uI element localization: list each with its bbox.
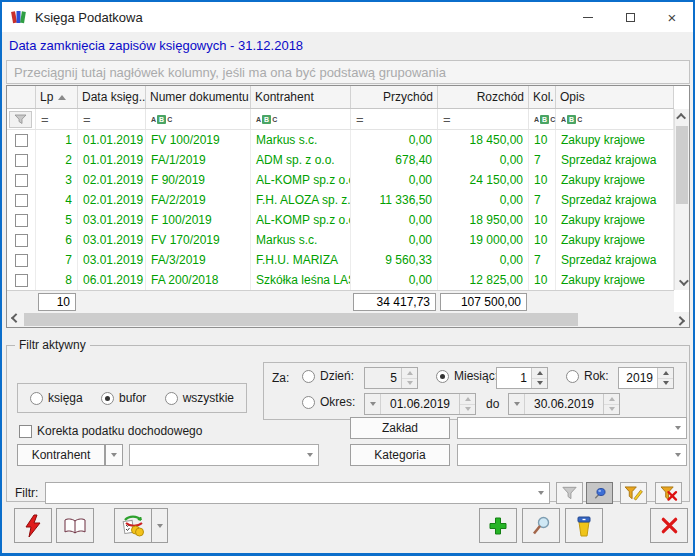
clear-filter-button[interactable] — [655, 482, 682, 504]
radio-ksiega-circle — [30, 392, 43, 405]
kontrahent-combo[interactable] — [129, 444, 319, 466]
filter-cell-6[interactable]: ABC — [529, 109, 556, 129]
horizontal-scrollbar[interactable] — [7, 312, 689, 327]
row-checkbox[interactable] — [15, 134, 28, 147]
add-record-button[interactable] — [479, 508, 517, 543]
filter-cell-1[interactable]: = — [78, 109, 146, 129]
column-header-1[interactable]: Data księg... — [78, 86, 146, 108]
row-checkbox[interactable] — [15, 194, 28, 207]
group-by-hint[interactable]: Przeciągnij tutaj nagłówek kolumny, jeśl… — [6, 60, 690, 84]
table-row[interactable]: 703.01.2019FA/3/2019F.H.U. MARIZA9 560,3… — [7, 250, 674, 270]
radio-bufor[interactable]: bufor — [101, 391, 146, 405]
rok-spin-buttons[interactable] — [657, 368, 673, 388]
close-window-button[interactable] — [650, 508, 688, 543]
radio-miesiac[interactable]: Miesiąc: — [436, 369, 498, 383]
zaklad-combo[interactable] — [457, 417, 687, 439]
okres-from-date[interactable]: 01.06.2019 — [364, 393, 476, 415]
vscroll-thumb[interactable] — [676, 126, 688, 204]
rok-spinner[interactable]: 2019 — [618, 367, 674, 389]
table-row[interactable]: 503.01.2019F 100/2019AL-KOMP sp.z o.o.0,… — [7, 210, 674, 230]
cell-lp: 5 — [36, 210, 78, 230]
kategoria-combo[interactable] — [457, 444, 687, 466]
column-header-2[interactable]: Numer dokumentu — [146, 86, 251, 108]
minimize-button[interactable] — [567, 2, 609, 32]
column-header-6[interactable]: Kol. — [529, 86, 556, 108]
chevron-down-icon[interactable] — [670, 426, 686, 430]
filter-row-corner — [7, 109, 36, 129]
zaklad-button[interactable]: Zakład — [350, 417, 450, 439]
book-icon — [63, 517, 87, 535]
radio-rok[interactable]: Rok: — [566, 369, 609, 383]
pin-icon — [592, 486, 607, 501]
renumber-dropdown-button[interactable] — [152, 508, 168, 543]
chevron-down-icon[interactable] — [670, 453, 686, 457]
trash-icon — [574, 514, 594, 537]
delete-record-button[interactable] — [565, 508, 603, 543]
scroll-right-icon[interactable] — [674, 312, 689, 327]
radio-okres[interactable]: Okres: — [302, 395, 355, 409]
view-record-button[interactable] — [522, 508, 560, 543]
filter-panel: Filtr aktywny księga bufor wszystkie Za:… — [6, 338, 690, 502]
filter-funnel-button[interactable] — [9, 111, 32, 128]
scroll-down-icon[interactable] — [675, 275, 689, 290]
filter-cell-3[interactable]: ABC — [251, 109, 351, 129]
table-row[interactable]: 402.01.2019FA/2/2019F.H. ALOZA sp. z...1… — [7, 190, 674, 210]
table-row[interactable]: 806.01.2019FA 200/2018Szkółka leśna LAS0… — [7, 270, 674, 290]
apply-filter-button[interactable] — [556, 482, 583, 504]
close-button[interactable]: × — [651, 2, 693, 32]
column-header-3[interactable]: Kontrahent — [251, 86, 351, 108]
filter-cell-5[interactable]: = — [438, 109, 529, 129]
filter-cell-2[interactable]: ABC — [146, 109, 251, 129]
kategoria-button[interactable]: Kategoria — [350, 444, 450, 466]
renumber-button[interactable] — [114, 508, 152, 543]
row-checkbox[interactable] — [15, 254, 28, 267]
korekta-checkbox[interactable]: Korekta podatku dochodowego — [19, 424, 202, 438]
cell-data: 03.01.2019 — [78, 250, 146, 270]
table-row[interactable]: 302.01.2019F 90/2019AL-KOMP sp.z o.o.0,0… — [7, 170, 674, 190]
scroll-left-icon[interactable] — [7, 312, 22, 327]
filter-cell-7[interactable]: ABC — [556, 109, 674, 129]
calendar-dropdown-icon[interactable] — [509, 394, 525, 414]
kontrahent-dropdown-button[interactable] — [105, 444, 123, 466]
column-header-4[interactable]: Przychód — [351, 86, 438, 108]
chevron-down-icon[interactable] — [533, 491, 549, 495]
cell-data: 06.01.2019 — [78, 270, 146, 290]
open-book-button[interactable] — [56, 508, 94, 543]
row-checkbox[interactable] — [15, 174, 28, 187]
pin-filter-button[interactable] — [586, 482, 613, 504]
column-header-5[interactable]: Rozchód — [438, 86, 529, 108]
kontrahent-button[interactable]: Kontrahent — [17, 444, 105, 466]
lightning-icon — [23, 514, 43, 538]
table-row[interactable]: 101.01.2019FV 100/2019Markus s.c.0,0018 … — [7, 130, 674, 150]
quick-post-button[interactable] — [14, 508, 52, 543]
maximize-button[interactable] — [609, 2, 651, 32]
dzien-spin-buttons[interactable] — [401, 368, 417, 388]
cell-numer: FV 170/2019 — [146, 230, 251, 250]
column-header-7[interactable]: Opis — [556, 86, 674, 108]
edit-filter-button[interactable] — [620, 482, 647, 504]
row-checkbox[interactable] — [15, 274, 28, 287]
row-checkbox[interactable] — [15, 154, 28, 167]
miesiac-spin-buttons[interactable] — [531, 368, 547, 388]
radio-wszystkie[interactable]: wszystkie — [165, 391, 234, 405]
miesiac-spinner[interactable]: 1 — [496, 367, 548, 389]
calendar-dropdown-icon[interactable] — [365, 394, 381, 414]
table-row[interactable]: 603.01.2019FV 170/2019Markus s.c.0,0019 … — [7, 230, 674, 250]
filter-cell-0[interactable]: = — [36, 109, 78, 129]
row-checkbox[interactable] — [15, 234, 28, 247]
cell-rozchod: 0,00 — [438, 150, 529, 170]
dzien-spinner[interactable]: 5 — [364, 367, 418, 389]
filtr-combo[interactable] — [45, 482, 550, 504]
row-checkbox[interactable] — [15, 214, 28, 227]
cell-rozchod: 0,00 — [438, 250, 529, 270]
filter-cell-4[interactable]: = — [351, 109, 438, 129]
column-header-0[interactable]: Lp — [36, 86, 78, 108]
okres-to-date[interactable]: 30.06.2019 — [508, 393, 620, 415]
scroll-up-icon[interactable] — [675, 109, 689, 124]
chevron-down-icon[interactable] — [302, 453, 318, 457]
table-row[interactable]: 201.01.2019FA/1/2019ADM sp. z o.o.678,40… — [7, 150, 674, 170]
radio-ksiega[interactable]: księga — [30, 391, 83, 405]
radio-dzien[interactable]: Dzień: — [302, 369, 354, 383]
vertical-scrollbar[interactable] — [674, 109, 689, 290]
hscroll-thumb[interactable] — [24, 313, 578, 326]
